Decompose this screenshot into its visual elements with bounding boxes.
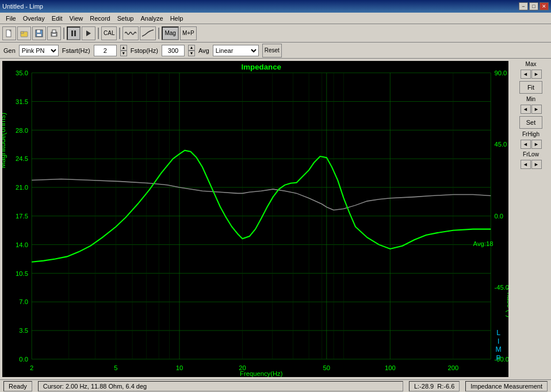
- max-right[interactable]: ►: [531, 70, 542, 79]
- fstart-up[interactable]: ▲: [120, 45, 127, 51]
- chart-svg: 35.0 31.5 28.0 24.5 21.0 17.5 14.0 10.5 …: [2, 61, 508, 377]
- close-button[interactable]: ✕: [539, 2, 549, 10]
- toolbar: CAL Mag M+P: [0, 24, 551, 43]
- frlow-spin: ◄ ►: [521, 160, 542, 169]
- fit-button[interactable]: Fit: [519, 81, 542, 94]
- avg-select[interactable]: Linear Exponential: [213, 45, 259, 56]
- menu-item-record[interactable]: Record: [86, 14, 113, 23]
- frlow-right[interactable]: ►: [531, 160, 542, 169]
- svg-text:200: 200: [447, 364, 458, 371]
- measurement-status: Impedance Measurement: [465, 381, 548, 391]
- mp-label: M+P: [182, 30, 194, 36]
- mp-button[interactable]: M+P: [180, 26, 197, 40]
- max-spin: ◄ ►: [521, 70, 542, 79]
- sweep-button[interactable]: [140, 26, 156, 40]
- measurement-label: Impedance Measurement: [470, 383, 542, 390]
- svg-rect-10: [71, 30, 73, 36]
- menu-item-edit[interactable]: Edit: [48, 14, 66, 23]
- menu-item-file[interactable]: File: [2, 14, 20, 23]
- svg-text:10: 10: [176, 364, 183, 371]
- frhigh-spin: ◄ ►: [521, 140, 542, 149]
- right-panel: Max ◄ ► Fit Min ◄ ► Set FrHigh ◄ ► FrLow…: [511, 59, 551, 379]
- titlebar-buttons: − □ ✕: [519, 2, 549, 10]
- fstart-down[interactable]: ▼: [120, 51, 127, 56]
- svg-text:Frequency(Hz): Frequency(Hz): [240, 370, 283, 377]
- fstop-input[interactable]: [162, 45, 185, 56]
- new-button[interactable]: [2, 26, 16, 40]
- fstop-spin: ▲ ▼: [188, 45, 195, 56]
- frhigh-label: FrHigh: [522, 131, 539, 137]
- cursor-label: Cursor: 2.00 Hz, 11.88 Ohm, 6.4 deg: [43, 383, 147, 390]
- min-left[interactable]: ◄: [521, 105, 531, 114]
- svg-text:17.5: 17.5: [16, 213, 28, 220]
- svg-text:0.0: 0.0: [19, 356, 28, 363]
- main-area: 35.0 31.5 28.0 24.5 21.0 17.5 14.0 10.5 …: [0, 59, 551, 379]
- svg-text:31.5: 31.5: [16, 98, 28, 105]
- max-left[interactable]: ◄: [521, 70, 531, 79]
- chart-container[interactable]: 35.0 31.5 28.0 24.5 21.0 17.5 14.0 10.5 …: [2, 61, 508, 377]
- svg-rect-5: [37, 30, 40, 33]
- svg-text:0.0: 0.0: [494, 213, 503, 220]
- minimize-button[interactable]: −: [519, 2, 528, 10]
- titlebar: Untitled - Limp − □ ✕: [0, 0, 551, 13]
- save-button[interactable]: [32, 26, 46, 40]
- print-button[interactable]: [47, 26, 61, 40]
- cursor-status: Cursor: 2.00 Hz, 11.88 Ohm, 6.4 deg: [38, 381, 403, 391]
- frlow-label: FrLow: [523, 151, 539, 157]
- avg-label: Avg: [198, 47, 209, 54]
- svg-text:L: L: [496, 329, 500, 337]
- maximize-button[interactable]: □: [529, 2, 538, 10]
- svg-rect-6: [37, 34, 41, 36]
- svg-text:2: 2: [30, 364, 33, 371]
- svg-text:3.5: 3.5: [19, 327, 28, 334]
- svg-text:Impedance: Impedance: [242, 62, 281, 71]
- cal-label: CAL: [104, 30, 114, 36]
- coords-left: L:-28.9: [414, 383, 434, 390]
- fstop-label: Fstop(Hz): [131, 47, 158, 54]
- open-button[interactable]: [17, 26, 31, 40]
- menu-item-help[interactable]: Help: [167, 14, 187, 23]
- noise-button[interactable]: [123, 26, 139, 40]
- svg-text:5: 5: [114, 364, 117, 371]
- svg-rect-3: [21, 32, 24, 33]
- frlow-left[interactable]: ◄: [521, 160, 531, 169]
- menu-item-view[interactable]: View: [66, 14, 87, 23]
- fstart-spin: ▲ ▼: [120, 45, 127, 56]
- gen-select[interactable]: Pink PN White PN Sine: [19, 45, 59, 56]
- svg-text:50: 50: [323, 364, 331, 371]
- frhigh-left[interactable]: ◄: [521, 140, 531, 149]
- menu-item-overlay[interactable]: Overlay: [20, 14, 48, 23]
- pause-button[interactable]: [67, 26, 81, 40]
- fstart-input[interactable]: [94, 45, 117, 56]
- svg-text:24.5: 24.5: [16, 155, 28, 162]
- cal-button[interactable]: CAL: [101, 26, 117, 40]
- svg-text:M: M: [495, 345, 501, 353]
- statusbar: Ready Cursor: 2.00 Hz, 11.88 Ohm, 6.4 de…: [0, 379, 551, 392]
- svg-rect-11: [74, 30, 76, 36]
- separator-3: [119, 28, 120, 39]
- mag-button[interactable]: Mag: [162, 26, 178, 40]
- fstop-up[interactable]: ▲: [188, 45, 195, 51]
- separator-2: [98, 28, 99, 39]
- svg-rect-8: [52, 30, 56, 33]
- svg-text:45.0: 45.0: [494, 141, 507, 148]
- menu-item-setup[interactable]: Setup: [114, 14, 137, 23]
- svg-text:90.0: 90.0: [494, 70, 507, 76]
- menubar: FileOverlayEditViewRecordSetupAnalyzeHel…: [0, 13, 551, 24]
- separator-1: [63, 28, 64, 39]
- coords-status: L:-28.9 R:-6.6: [409, 381, 460, 391]
- ready-status: Ready: [3, 381, 32, 391]
- min-right[interactable]: ►: [531, 105, 542, 114]
- svg-text:100: 100: [385, 364, 396, 371]
- set-button[interactable]: Set: [519, 116, 542, 129]
- mag-label: Mag: [164, 30, 175, 36]
- menu-item-analyze[interactable]: Analyze: [137, 14, 166, 23]
- svg-text:28.0: 28.0: [16, 126, 28, 133]
- min-spin: ◄ ►: [521, 105, 542, 114]
- svg-text:7.0: 7.0: [19, 298, 28, 305]
- reset-button[interactable]: Reset: [262, 44, 282, 57]
- genbar: Gen Pink PN White PN Sine Fstart(Hz) ▲ ▼…: [0, 43, 551, 59]
- fstop-down[interactable]: ▼: [188, 51, 195, 56]
- frhigh-right[interactable]: ►: [531, 140, 542, 149]
- play-button[interactable]: [82, 26, 95, 40]
